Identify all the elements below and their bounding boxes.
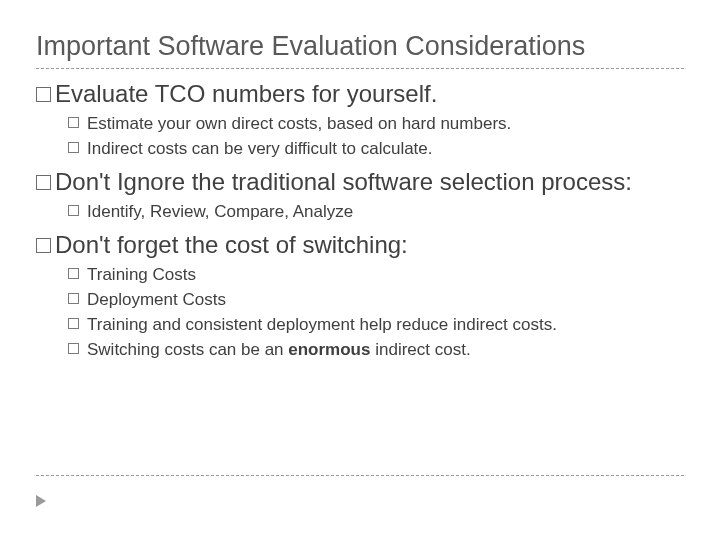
bullet-2-sub: Identify, Review, Compare, Analyze (68, 201, 684, 224)
bullet-3-sub-2-text: Deployment Costs (87, 290, 226, 309)
play-arrow-icon (36, 494, 48, 510)
bullet-3-sub-1: Training Costs (68, 264, 684, 287)
slide-title: Important Software Evaluation Considerat… (36, 30, 684, 62)
bullet-2: Don't Ignore the traditional software se… (36, 167, 684, 197)
square-bullet-icon (68, 318, 79, 329)
square-bullet-icon (36, 87, 51, 102)
bullet-1-sub-1: Estimate your own direct costs, based on… (68, 113, 684, 136)
bullet-3-sub-1-text: Training Costs (87, 265, 196, 284)
square-bullet-icon (68, 293, 79, 304)
square-bullet-icon (68, 343, 79, 354)
square-bullet-icon (68, 268, 79, 279)
bullet-1-text: Evaluate TCO numbers for yourself. (55, 80, 437, 107)
square-bullet-icon (36, 175, 51, 190)
bullet-2-sub-1-text: Identify, Review, Compare, Analyze (87, 202, 353, 221)
bullet-2-text: Don't Ignore the traditional software se… (55, 168, 632, 195)
bullet-3-sub-3-text: Training and consistent deployment help … (87, 315, 557, 334)
bullet-1-sub-2-text: Indirect costs can be very difficult to … (87, 139, 433, 158)
footer-divider (36, 475, 684, 476)
bullet-3-sub-4-strong: enormous (288, 340, 370, 359)
bullet-1-sub-2: Indirect costs can be very difficult to … (68, 138, 684, 161)
bullet-3-sub-4: Switching costs can be an enormous indir… (68, 339, 684, 362)
square-bullet-icon (68, 142, 79, 153)
bullet-1: Evaluate TCO numbers for yourself. (36, 79, 684, 109)
square-bullet-icon (68, 117, 79, 128)
slide: Important Software Evaluation Considerat… (0, 0, 720, 540)
bullet-2-sub-1: Identify, Review, Compare, Analyze (68, 201, 684, 224)
slide-body: Evaluate TCO numbers for yourself. Estim… (36, 79, 684, 362)
bullet-1-sub: Estimate your own direct costs, based on… (68, 113, 684, 161)
square-bullet-icon (36, 238, 51, 253)
bullet-3-sub: Training Costs Deployment Costs Training… (68, 264, 684, 362)
bullet-3: Don't forget the cost of switching: (36, 230, 684, 260)
bullet-3-sub-4-post: indirect cost. (370, 340, 470, 359)
bullet-3-sub-2: Deployment Costs (68, 289, 684, 312)
svg-marker-0 (36, 495, 46, 507)
bullet-3-sub-3: Training and consistent deployment help … (68, 314, 684, 337)
title-divider (36, 68, 684, 69)
bullet-3-sub-4-pre: Switching costs can be an (87, 340, 288, 359)
bullet-1-sub-1-text: Estimate your own direct costs, based on… (87, 114, 511, 133)
square-bullet-icon (68, 205, 79, 216)
bullet-3-text: Don't forget the cost of switching: (55, 231, 408, 258)
